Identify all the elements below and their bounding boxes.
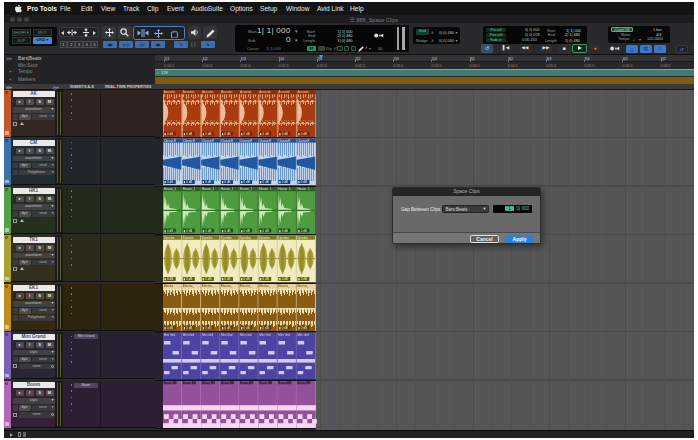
svg-text:▮ 0 dB: ▮ 0 dB: [260, 228, 269, 232]
svg-text:▮ 0 dB: ▮ 0 dB: [279, 228, 288, 232]
svg-text:▮ 0 dB: ▮ 0 dB: [298, 131, 307, 135]
svg-text:▮ 0 dB: ▮ 0 dB: [260, 325, 269, 329]
svg-text:Boom BB: Boom BB: [221, 381, 234, 385]
svg-text:ClassicR: ClassicR: [278, 138, 291, 142]
svg-text:▮ 0 dB: ▮ 0 dB: [165, 325, 174, 329]
svg-text:House_1: House_1: [278, 187, 291, 191]
svg-text:▮ 0 dB: ▮ 0 dB: [184, 228, 193, 232]
svg-text:Electro_: Electro_: [297, 284, 309, 288]
svg-text:Boom BB: Boom BB: [202, 381, 215, 385]
svg-text:▮ 0 dB: ▮ 0 dB: [241, 277, 250, 281]
svg-text:▮ 0 dB: ▮ 0 dB: [260, 180, 269, 184]
svg-text:Acoustic: Acoustic: [240, 90, 252, 94]
svg-text:Acoustic: Acoustic: [221, 90, 233, 94]
svg-text:Mini Grd: Mini Grd: [164, 332, 176, 336]
svg-text:Mini Grd: Mini Grd: [278, 332, 290, 336]
svg-text:Djembe: Djembe: [183, 235, 194, 239]
svg-text:ClassicR: ClassicR: [202, 138, 215, 142]
svg-text:▮ 0 dB: ▮ 0 dB: [203, 131, 212, 135]
svg-text:Djembe: Djembe: [240, 235, 251, 239]
svg-text:▮ 0 dB: ▮ 0 dB: [222, 131, 231, 135]
svg-text:Electro_: Electro_: [278, 284, 290, 288]
svg-text:Djembe: Djembe: [259, 235, 270, 239]
svg-text:Electro_: Electro_: [240, 284, 252, 288]
svg-text:Mini Grd: Mini Grd: [297, 332, 309, 336]
svg-text:▮ 0 dB: ▮ 0 dB: [203, 180, 212, 184]
svg-text:▮ 0 dB: ▮ 0 dB: [279, 131, 288, 135]
svg-text:House_1: House_1: [297, 187, 310, 191]
svg-text:Mini Grd: Mini Grd: [183, 332, 195, 336]
svg-text:▮ 0 dB: ▮ 0 dB: [184, 277, 193, 281]
svg-text:Boom BB: Boom BB: [278, 381, 291, 385]
svg-text:Djembe: Djembe: [221, 235, 232, 239]
svg-text:Acoustic: Acoustic: [259, 90, 271, 94]
svg-text:▮ 0 dB: ▮ 0 dB: [165, 131, 174, 135]
svg-text:Electro_: Electro_: [259, 284, 271, 288]
svg-text:Djembe: Djembe: [278, 235, 289, 239]
svg-text:▮ 0 dB: ▮ 0 dB: [203, 325, 212, 329]
svg-text:▮ 0 dB: ▮ 0 dB: [184, 180, 193, 184]
svg-text:House_1: House_1: [183, 187, 196, 191]
svg-text:Electro_: Electro_: [164, 284, 176, 288]
svg-text:Electro_: Electro_: [221, 284, 233, 288]
svg-text:Mini Grd: Mini Grd: [202, 332, 214, 336]
svg-text:House_1: House_1: [240, 187, 253, 191]
svg-text:Mini Grd: Mini Grd: [259, 332, 271, 336]
svg-text:ClassicR: ClassicR: [183, 138, 196, 142]
svg-text:▮ 0 dB: ▮ 0 dB: [222, 228, 231, 232]
svg-text:▮ 0 dB: ▮ 0 dB: [260, 277, 269, 281]
svg-text:Boom BB: Boom BB: [183, 381, 196, 385]
svg-text:▮ 0 dB: ▮ 0 dB: [241, 131, 250, 135]
svg-text:Acoustic: Acoustic: [202, 90, 214, 94]
svg-text:ClassicR: ClassicR: [259, 138, 272, 142]
svg-text:▮ 0 dB: ▮ 0 dB: [203, 277, 212, 281]
svg-text:▮ 0 dB: ▮ 0 dB: [184, 131, 193, 135]
svg-text:House_1: House_1: [259, 187, 272, 191]
svg-text:Electro_: Electro_: [183, 284, 195, 288]
svg-text:Boom BB: Boom BB: [240, 381, 253, 385]
svg-text:ClassicR: ClassicR: [164, 138, 177, 142]
svg-text:▮ 0 dB: ▮ 0 dB: [298, 277, 307, 281]
svg-text:Acoustic: Acoustic: [278, 90, 290, 94]
svg-text:ClassicR: ClassicR: [240, 138, 253, 142]
svg-text:▮ 0 dB: ▮ 0 dB: [203, 228, 212, 232]
svg-text:▮ 0 dB: ▮ 0 dB: [279, 325, 288, 329]
svg-text:Boom BB: Boom BB: [259, 381, 272, 385]
svg-text:▮ 0 dB: ▮ 0 dB: [165, 228, 174, 232]
svg-text:Acoustic: Acoustic: [183, 90, 195, 94]
svg-text:Djembe: Djembe: [297, 235, 308, 239]
svg-text:▮ 0 dB: ▮ 0 dB: [222, 325, 231, 329]
svg-text:▮ 0 dB: ▮ 0 dB: [279, 180, 288, 184]
svg-text:▮ 0 dB: ▮ 0 dB: [298, 325, 307, 329]
svg-text:Djembe: Djembe: [164, 235, 175, 239]
svg-text:▮ 0 dB: ▮ 0 dB: [241, 180, 250, 184]
svg-text:▮ 0 dB: ▮ 0 dB: [165, 180, 174, 184]
svg-text:▮ 0 dB: ▮ 0 dB: [241, 228, 250, 232]
svg-text:ClassicR: ClassicR: [297, 138, 310, 142]
svg-text:House_1: House_1: [221, 187, 234, 191]
svg-text:Boom BB: Boom BB: [164, 381, 177, 385]
svg-text:▮ 0 dB: ▮ 0 dB: [222, 277, 231, 281]
svg-text:▮ 0 dB: ▮ 0 dB: [260, 131, 269, 135]
svg-text:▮ 0 dB: ▮ 0 dB: [222, 180, 231, 184]
svg-text:▮ 0 dB: ▮ 0 dB: [241, 325, 250, 329]
svg-text:House_1: House_1: [202, 187, 215, 191]
svg-text:▮ 0 dB: ▮ 0 dB: [298, 180, 307, 184]
svg-text:▮ 0 dB: ▮ 0 dB: [184, 325, 193, 329]
svg-text:▮ 0 dB: ▮ 0 dB: [279, 277, 288, 281]
svg-text:Djembe: Djembe: [202, 235, 213, 239]
svg-text:▮ 0 dB: ▮ 0 dB: [298, 228, 307, 232]
svg-text:Mini Grd: Mini Grd: [221, 332, 233, 336]
svg-text:Acoustic: Acoustic: [297, 90, 309, 94]
svg-text:▮ 0 dB: ▮ 0 dB: [165, 277, 174, 281]
svg-text:House_1: House_1: [164, 187, 177, 191]
svg-text:Acoustic: Acoustic: [164, 90, 176, 94]
svg-text:ClassicR: ClassicR: [221, 138, 234, 142]
svg-text:Mini Grd: Mini Grd: [240, 332, 252, 336]
svg-text:Electro_: Electro_: [202, 284, 214, 288]
svg-text:Boom BB: Boom BB: [297, 381, 310, 385]
